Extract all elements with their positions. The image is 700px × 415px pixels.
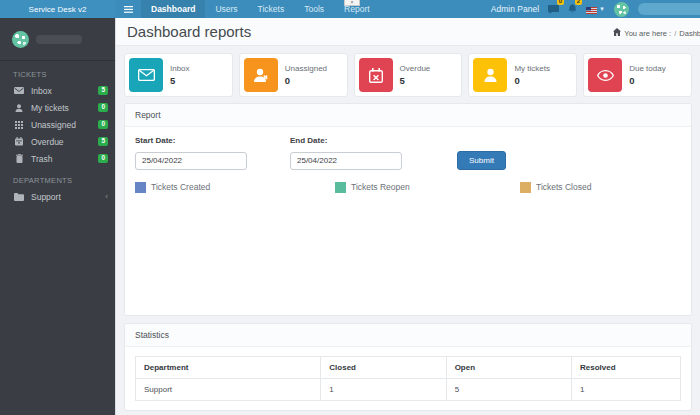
content-header: Dashboard reports You are here : / Dashb… bbox=[116, 18, 700, 46]
notifications-count-badge: 2 bbox=[575, 0, 582, 5]
card-my-tickets[interactable]: My tickets 0 bbox=[468, 53, 577, 97]
notifications-button[interactable]: 2 bbox=[568, 0, 577, 18]
statistics-table: Department Closed Open Resolved Support … bbox=[135, 356, 681, 401]
sidebar-username-redacted bbox=[36, 35, 82, 44]
legend-tickets-reopen: Tickets Reopen bbox=[335, 182, 520, 193]
sidebar-item-my-tickets[interactable]: My tickets 0 bbox=[0, 99, 115, 116]
home-icon bbox=[613, 28, 621, 38]
unassigned-count-badge: 0 bbox=[98, 120, 108, 130]
brand-title[interactable]: Service Desk v2 bbox=[0, 0, 115, 18]
grid-icon bbox=[13, 121, 25, 129]
card-due-today[interactable]: Due today 0 bbox=[583, 53, 692, 97]
card-unassigned[interactable]: Unassigned 0 bbox=[239, 53, 348, 97]
us-flag-icon bbox=[586, 0, 597, 18]
navbar-right: Admin Panel 0 2 ▼ bbox=[491, 0, 700, 18]
sidebar: TICKETS Inbox 5 My tickets 0 Unassigned … bbox=[0, 18, 115, 415]
envelope-icon bbox=[13, 87, 25, 94]
card-label: Unassigned bbox=[285, 64, 327, 73]
legend-label: Tickets Reopen bbox=[351, 182, 410, 192]
card-value: 0 bbox=[629, 75, 665, 86]
card-value: 0 bbox=[285, 75, 327, 86]
card-label: Inbox bbox=[170, 64, 190, 73]
eye-icon bbox=[588, 58, 622, 92]
end-date-label: End Date: bbox=[290, 136, 445, 145]
legend-label: Tickets Closed bbox=[536, 182, 591, 192]
card-label: My tickets bbox=[514, 64, 550, 73]
legend-swatch-closed bbox=[520, 182, 531, 193]
card-label: Overdue bbox=[400, 64, 431, 73]
sidebar-item-label: Unassigned bbox=[31, 120, 98, 130]
my-tickets-count-badge: 0 bbox=[98, 103, 108, 113]
start-date-input[interactable] bbox=[135, 152, 247, 170]
nav-item-users[interactable]: Users bbox=[205, 0, 247, 18]
report-chart-area bbox=[135, 193, 681, 313]
statistics-panel: Statistics Department Closed Open Resolv… bbox=[124, 323, 692, 411]
calendar-x-icon bbox=[359, 58, 393, 92]
cell-open: 5 bbox=[446, 379, 571, 401]
calendar-icon bbox=[13, 137, 25, 146]
legend-label: Tickets Created bbox=[151, 182, 210, 192]
nav-item-dashboard[interactable]: Dashboard bbox=[141, 0, 205, 18]
table-header-row: Department Closed Open Resolved bbox=[136, 357, 681, 379]
page-title: Dashboard reports bbox=[127, 23, 251, 40]
sidebar-item-label: Trash bbox=[31, 154, 98, 164]
envelope-icon bbox=[129, 58, 163, 92]
sidebar-item-overdue[interactable]: Overdue 5 bbox=[0, 133, 115, 150]
main-menu: Dashboard Users Tickets Tools Report bbox=[115, 0, 380, 18]
end-date-input[interactable] bbox=[290, 152, 402, 170]
folder-icon bbox=[13, 193, 25, 201]
nav-item-tickets[interactable]: Tickets bbox=[248, 0, 295, 18]
start-date-label: Start Date: bbox=[135, 136, 290, 145]
sidebar-profile[interactable] bbox=[0, 18, 115, 61]
language-selector[interactable]: ▼ bbox=[586, 0, 605, 18]
legend-tickets-created: Tickets Created bbox=[135, 182, 335, 193]
column-header-department: Department bbox=[136, 357, 321, 379]
nav-item-tools[interactable]: Tools bbox=[294, 0, 334, 18]
hamburger-icon bbox=[124, 6, 133, 13]
card-value: 0 bbox=[514, 75, 550, 86]
popup-close-button[interactable]: × bbox=[344, 0, 360, 6]
cell-resolved: 1 bbox=[571, 379, 680, 401]
user-icon bbox=[473, 58, 507, 92]
legend-swatch-reopen bbox=[335, 182, 346, 193]
main-content: Dashboard reports You are here : / Dashb… bbox=[115, 18, 700, 415]
trash-count-badge: 0 bbox=[98, 154, 108, 164]
sidebar-section-tickets: TICKETS bbox=[0, 61, 115, 82]
legend-swatch-created bbox=[135, 182, 146, 193]
user-x-icon bbox=[244, 58, 278, 92]
trash-icon bbox=[13, 154, 25, 163]
card-value: 5 bbox=[170, 75, 190, 86]
table-row: Support 1 5 1 bbox=[136, 379, 681, 401]
user-icon bbox=[13, 104, 25, 112]
sidebar-item-trash[interactable]: Trash 0 bbox=[0, 150, 115, 167]
sidebar-item-unassigned[interactable]: Unassigned 0 bbox=[0, 116, 115, 133]
username-redacted bbox=[638, 3, 700, 15]
sidebar-item-support[interactable]: Support ‹ bbox=[0, 188, 115, 205]
messages-button[interactable]: 0 bbox=[548, 0, 559, 18]
breadcrumb-current[interactable]: Dashboard bbox=[679, 29, 700, 38]
card-inbox[interactable]: Inbox 5 bbox=[124, 53, 233, 97]
admin-panel-label: Admin Panel bbox=[491, 4, 539, 14]
chevron-left-icon: ‹ bbox=[105, 192, 108, 201]
sidebar-toggle-button[interactable] bbox=[115, 0, 141, 18]
column-header-resolved: Resolved bbox=[571, 357, 680, 379]
card-value: 5 bbox=[400, 75, 431, 86]
summary-cards-row: Inbox 5 Unassigned 0 Overdue 5 bbox=[116, 46, 700, 103]
messages-count-badge: 0 bbox=[557, 0, 564, 5]
column-header-open: Open bbox=[446, 357, 571, 379]
statistics-panel-title: Statistics bbox=[125, 324, 691, 347]
user-avatar[interactable] bbox=[614, 2, 629, 17]
card-overdue[interactable]: Overdue 5 bbox=[354, 53, 463, 97]
sidebar-avatar bbox=[12, 31, 29, 48]
sidebar-item-inbox[interactable]: Inbox 5 bbox=[0, 82, 115, 99]
sidebar-item-label: My tickets bbox=[31, 103, 98, 113]
submit-button[interactable]: Submit bbox=[457, 151, 506, 170]
chevron-down-icon: ▼ bbox=[599, 6, 605, 12]
chart-legend: Tickets Created Tickets Reopen Tickets C… bbox=[135, 182, 681, 193]
legend-tickets-closed: Tickets Closed bbox=[520, 182, 591, 193]
inbox-count-badge: 5 bbox=[98, 86, 108, 96]
report-panel-title: Report bbox=[125, 104, 691, 127]
sidebar-item-label: Overdue bbox=[31, 137, 98, 147]
column-header-closed: Closed bbox=[321, 357, 446, 379]
overdue-count-badge: 5 bbox=[98, 137, 108, 147]
